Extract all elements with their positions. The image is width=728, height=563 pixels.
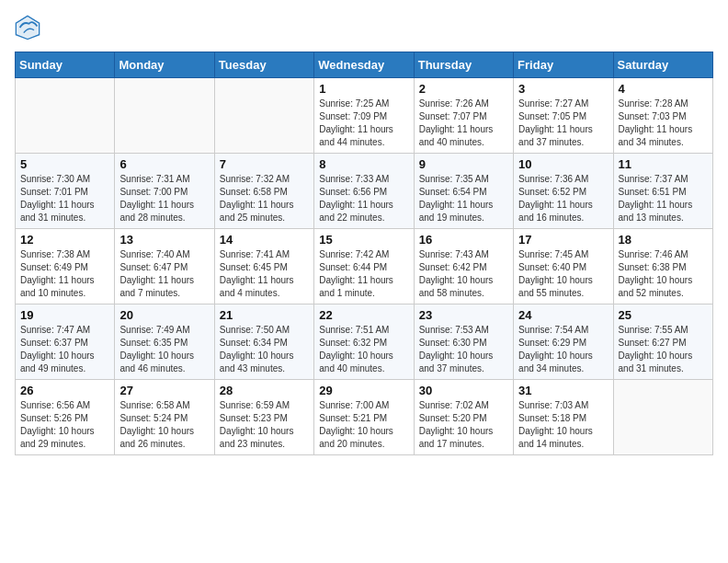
day-info: Sunrise: 7:55 AMSunset: 6:27 PMDaylight:… bbox=[619, 324, 708, 375]
day-info: Sunrise: 6:58 AMSunset: 5:24 PMDaylight:… bbox=[119, 399, 209, 451]
day-number: 24 bbox=[518, 308, 608, 322]
day-info: Sunrise: 7:41 AMSunset: 6:45 PMDaylight:… bbox=[220, 248, 309, 300]
day-info: Sunrise: 7:33 AMSunset: 6:56 PMDaylight:… bbox=[319, 173, 408, 224]
day-number: 8 bbox=[319, 157, 408, 171]
day-info: Sunrise: 7:32 AMSunset: 6:58 PMDaylight:… bbox=[220, 173, 309, 224]
day-info: Sunrise: 7:50 AMSunset: 6:34 PMDaylight:… bbox=[220, 324, 309, 375]
day-info: Sunrise: 7:02 AMSunset: 5:20 PMDaylight:… bbox=[419, 399, 508, 451]
day-number: 25 bbox=[619, 308, 708, 322]
day-info: Sunrise: 6:56 AMSunset: 5:26 PMDaylight:… bbox=[20, 399, 109, 451]
day-number: 3 bbox=[518, 82, 608, 96]
calendar-week-row: 5Sunrise: 7:30 AMSunset: 7:01 PMDaylight… bbox=[16, 154, 713, 229]
day-info: Sunrise: 7:46 AMSunset: 6:38 PMDaylight:… bbox=[619, 248, 708, 300]
calendar-day-cell: 24Sunrise: 7:54 AMSunset: 6:29 PMDayligh… bbox=[514, 304, 613, 380]
day-info: Sunrise: 7:54 AMSunset: 6:29 PMDaylight:… bbox=[518, 324, 608, 375]
calendar-day-cell: 17Sunrise: 7:45 AMSunset: 6:40 PMDayligh… bbox=[514, 229, 613, 304]
calendar-day-cell bbox=[214, 78, 313, 154]
day-number: 29 bbox=[319, 384, 408, 397]
calendar-day-cell: 26Sunrise: 6:56 AMSunset: 5:26 PMDayligh… bbox=[16, 380, 115, 455]
calendar-day-cell: 11Sunrise: 7:37 AMSunset: 6:51 PMDayligh… bbox=[613, 154, 712, 229]
day-info: Sunrise: 7:37 AMSunset: 6:51 PMDaylight:… bbox=[619, 173, 708, 224]
day-info: Sunrise: 7:43 AMSunset: 6:42 PMDaylight:… bbox=[419, 248, 508, 300]
day-info: Sunrise: 7:51 AMSunset: 6:32 PMDaylight:… bbox=[319, 324, 408, 375]
day-info: Sunrise: 7:36 AMSunset: 6:52 PMDaylight:… bbox=[518, 173, 608, 224]
calendar-day-cell bbox=[613, 380, 712, 455]
day-info: Sunrise: 7:28 AMSunset: 7:03 PMDaylight:… bbox=[619, 98, 708, 149]
day-number: 26 bbox=[20, 384, 109, 397]
day-info: Sunrise: 7:53 AMSunset: 6:30 PMDaylight:… bbox=[419, 324, 508, 375]
day-number: 16 bbox=[419, 233, 508, 247]
day-info: Sunrise: 7:30 AMSunset: 7:01 PMDaylight:… bbox=[20, 173, 109, 224]
day-info: Sunrise: 7:03 AMSunset: 5:18 PMDaylight:… bbox=[518, 399, 608, 451]
calendar-day-cell: 15Sunrise: 7:42 AMSunset: 6:44 PMDayligh… bbox=[314, 229, 414, 304]
day-number: 17 bbox=[518, 233, 608, 247]
day-info: Sunrise: 7:25 AMSunset: 7:09 PMDaylight:… bbox=[319, 98, 408, 149]
weekday-header: Thursday bbox=[414, 52, 513, 78]
day-number: 11 bbox=[619, 157, 708, 171]
day-number: 30 bbox=[419, 384, 508, 397]
calendar-header-row: SundayMondayTuesdayWednesdayThursdayFrid… bbox=[16, 52, 713, 78]
calendar-day-cell bbox=[16, 78, 115, 154]
day-number: 12 bbox=[20, 233, 109, 247]
calendar-day-cell: 21Sunrise: 7:50 AMSunset: 6:34 PMDayligh… bbox=[214, 304, 313, 380]
calendar-day-cell: 27Sunrise: 6:58 AMSunset: 5:24 PMDayligh… bbox=[115, 380, 214, 455]
weekday-header: Friday bbox=[514, 52, 613, 78]
day-info: Sunrise: 7:47 AMSunset: 6:37 PMDaylight:… bbox=[20, 324, 109, 375]
day-info: Sunrise: 7:27 AMSunset: 7:05 PMDaylight:… bbox=[518, 98, 608, 149]
weekday-header: Tuesday bbox=[214, 52, 313, 78]
calendar-day-cell: 18Sunrise: 7:46 AMSunset: 6:38 PMDayligh… bbox=[613, 229, 712, 304]
day-number: 1 bbox=[319, 82, 408, 96]
day-info: Sunrise: 7:49 AMSunset: 6:35 PMDaylight:… bbox=[119, 324, 209, 375]
day-number: 19 bbox=[20, 308, 109, 322]
day-info: Sunrise: 7:35 AMSunset: 6:54 PMDaylight:… bbox=[419, 173, 508, 224]
day-number: 21 bbox=[220, 308, 309, 322]
calendar-day-cell: 9Sunrise: 7:35 AMSunset: 6:54 PMDaylight… bbox=[414, 154, 513, 229]
calendar-day-cell: 25Sunrise: 7:55 AMSunset: 6:27 PMDayligh… bbox=[613, 304, 712, 380]
weekday-header: Saturday bbox=[613, 52, 712, 78]
calendar-day-cell: 2Sunrise: 7:26 AMSunset: 7:07 PMDaylight… bbox=[414, 78, 513, 154]
calendar-day-cell bbox=[115, 78, 214, 154]
day-number: 2 bbox=[419, 82, 508, 96]
calendar-day-cell: 16Sunrise: 7:43 AMSunset: 6:42 PMDayligh… bbox=[414, 229, 513, 304]
calendar-table: SundayMondayTuesdayWednesdayThursdayFrid… bbox=[15, 52, 713, 455]
day-info: Sunrise: 7:42 AMSunset: 6:44 PMDaylight:… bbox=[319, 248, 408, 300]
day-number: 27 bbox=[119, 384, 209, 397]
day-number: 7 bbox=[220, 157, 309, 171]
calendar-day-cell: 22Sunrise: 7:51 AMSunset: 6:32 PMDayligh… bbox=[314, 304, 414, 380]
calendar-day-cell: 29Sunrise: 7:00 AMSunset: 5:21 PMDayligh… bbox=[314, 380, 414, 455]
logo-icon bbox=[15, 15, 40, 40]
day-number: 28 bbox=[220, 384, 309, 397]
calendar-day-cell: 30Sunrise: 7:02 AMSunset: 5:20 PMDayligh… bbox=[414, 380, 513, 455]
calendar-day-cell: 23Sunrise: 7:53 AMSunset: 6:30 PMDayligh… bbox=[414, 304, 513, 380]
day-info: Sunrise: 7:26 AMSunset: 7:07 PMDaylight:… bbox=[419, 98, 508, 149]
day-number: 22 bbox=[319, 308, 408, 322]
day-info: Sunrise: 7:38 AMSunset: 6:49 PMDaylight:… bbox=[20, 248, 109, 300]
calendar-day-cell: 31Sunrise: 7:03 AMSunset: 5:18 PMDayligh… bbox=[514, 380, 613, 455]
day-number: 23 bbox=[419, 308, 508, 322]
calendar-day-cell: 28Sunrise: 6:59 AMSunset: 5:23 PMDayligh… bbox=[214, 380, 313, 455]
calendar-day-cell: 5Sunrise: 7:30 AMSunset: 7:01 PMDaylight… bbox=[16, 154, 115, 229]
calendar-day-cell: 10Sunrise: 7:36 AMSunset: 6:52 PMDayligh… bbox=[514, 154, 613, 229]
calendar-day-cell: 8Sunrise: 7:33 AMSunset: 6:56 PMDaylight… bbox=[314, 154, 414, 229]
weekday-header: Sunday bbox=[16, 52, 115, 78]
day-number: 13 bbox=[119, 233, 209, 247]
day-number: 5 bbox=[20, 157, 109, 171]
day-number: 31 bbox=[518, 384, 608, 397]
calendar-day-cell: 3Sunrise: 7:27 AMSunset: 7:05 PMDaylight… bbox=[514, 78, 613, 154]
day-info: Sunrise: 7:00 AMSunset: 5:21 PMDaylight:… bbox=[319, 399, 408, 451]
calendar-week-row: 12Sunrise: 7:38 AMSunset: 6:49 PMDayligh… bbox=[16, 229, 713, 304]
calendar-day-cell: 4Sunrise: 7:28 AMSunset: 7:03 PMDaylight… bbox=[613, 78, 712, 154]
day-number: 10 bbox=[518, 157, 608, 171]
calendar-day-cell: 7Sunrise: 7:32 AMSunset: 6:58 PMDaylight… bbox=[214, 154, 313, 229]
day-number: 4 bbox=[619, 82, 708, 96]
day-info: Sunrise: 7:40 AMSunset: 6:47 PMDaylight:… bbox=[119, 248, 209, 300]
day-number: 6 bbox=[119, 157, 209, 171]
calendar-day-cell: 6Sunrise: 7:31 AMSunset: 7:00 PMDaylight… bbox=[115, 154, 214, 229]
page-header bbox=[15, 15, 713, 40]
day-info: Sunrise: 7:45 AMSunset: 6:40 PMDaylight:… bbox=[518, 248, 608, 300]
calendar-day-cell: 1Sunrise: 7:25 AMSunset: 7:09 PMDaylight… bbox=[314, 78, 414, 154]
day-number: 9 bbox=[419, 157, 508, 171]
weekday-header: Monday bbox=[115, 52, 214, 78]
calendar-day-cell: 20Sunrise: 7:49 AMSunset: 6:35 PMDayligh… bbox=[115, 304, 214, 380]
day-number: 20 bbox=[119, 308, 209, 322]
